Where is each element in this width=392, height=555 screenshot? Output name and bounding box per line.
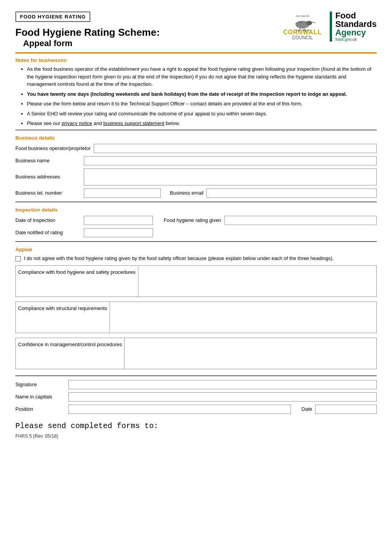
appeal-checkbox[interactable] bbox=[15, 256, 21, 262]
business-address-row: Business addresses bbox=[15, 168, 377, 185]
name-capitals-label: Name in capitals bbox=[15, 394, 65, 400]
notes-list: As the food business operator of the est… bbox=[15, 65, 377, 127]
operator-row: Food business operator/proprietor bbox=[15, 144, 377, 153]
compliance-1-label: Compliance with food hygiene and safety … bbox=[16, 266, 138, 297]
signature-section: Signature Name in capitals Position Date bbox=[15, 375, 377, 414]
date-inspection-label: Date of inspection bbox=[15, 217, 81, 223]
fsa-agency-text: Agency bbox=[335, 28, 365, 37]
date-input[interactable] bbox=[315, 405, 377, 414]
inspection-heading: Inspection details bbox=[15, 207, 377, 213]
signature-label: Signature bbox=[15, 382, 65, 387]
notes-heading: Notes for businesses: bbox=[15, 57, 377, 63]
notes-item-2-text: You have twenty one days (Including week… bbox=[27, 91, 347, 97]
rating-label: Food hygiene rating given bbox=[164, 217, 221, 223]
header-divider bbox=[15, 52, 377, 53]
compliance-1-row: Compliance with food hygiene and safety … bbox=[15, 265, 377, 297]
date-label: Date bbox=[302, 406, 312, 412]
notes-item-3: Please use the form below and return it … bbox=[27, 100, 377, 108]
business-details-section: Business details Food business operator/… bbox=[15, 130, 377, 198]
email-label: Business email bbox=[170, 190, 203, 196]
position-label: Position bbox=[15, 406, 65, 412]
please-send-text: Please send completed forms to: bbox=[15, 422, 377, 430]
appeal-checkbox-text: I do not agree with the food hygiene rat… bbox=[24, 255, 334, 261]
compliance-3-label: Confidence in management/control procedu… bbox=[16, 338, 125, 369]
date-notified-input[interactable] bbox=[84, 228, 153, 237]
business-name-row: Business name bbox=[15, 156, 377, 165]
notes-section: Notes for businesses: As the food busine… bbox=[15, 57, 377, 127]
privacy-notice-link[interactable]: privacy notice bbox=[61, 120, 92, 126]
date-inspection-input[interactable] bbox=[84, 216, 153, 225]
tel-input[interactable] bbox=[84, 188, 161, 198]
appeal-section: Appeal I do not agree with the food hygi… bbox=[15, 241, 377, 369]
operator-input[interactable] bbox=[94, 144, 377, 153]
position-input[interactable] bbox=[68, 405, 291, 414]
position-row: Position Date bbox=[15, 405, 377, 414]
business-support-link[interactable]: business support statement bbox=[103, 120, 164, 126]
name-capitals-row: Name in capitals bbox=[15, 392, 377, 402]
footer: Please send completed forms to: FHRS 5 (… bbox=[15, 422, 377, 439]
compliance-3-textarea[interactable] bbox=[125, 338, 376, 369]
header-logos: one and all CORNWALL COUNCIL men hag oll bbox=[281, 12, 377, 42]
business-address-label: Business addresses bbox=[15, 174, 81, 180]
fsa-url-text: food.gov.uk bbox=[335, 37, 357, 42]
notes-item-1: As the food business operator of the est… bbox=[27, 65, 377, 88]
compliance-1-textarea[interactable] bbox=[138, 266, 376, 297]
fsa-food-text: Food bbox=[335, 12, 356, 20]
fsa-standards-text: Standards bbox=[335, 20, 377, 28]
business-name-input[interactable] bbox=[84, 156, 377, 165]
email-input[interactable] bbox=[206, 188, 377, 198]
business-address-input[interactable] bbox=[84, 168, 377, 185]
inspection-details-section: Inspection details Date of inspection Fo… bbox=[15, 202, 377, 237]
title-line1: Food Hygiene Rating Scheme: bbox=[15, 27, 160, 38]
svg-point-2 bbox=[306, 21, 312, 25]
notes-item-3-text: Please use the form below and return it … bbox=[27, 101, 302, 107]
compliance-3-row: Confidence in management/control procedu… bbox=[15, 338, 377, 369]
date-inspection-row: Date of inspection Food hygiene rating g… bbox=[15, 216, 377, 225]
notes-item-4-text: A Senior EHO will review your rating and… bbox=[27, 111, 267, 117]
form-number-text: FHRS 5 (Rev. 05/18) bbox=[15, 433, 377, 439]
tel-label: Business tel. number bbox=[15, 190, 81, 196]
compliance-2-row: Compliance with structural requirements bbox=[15, 302, 377, 333]
date-notified-label: Date notified of rating bbox=[15, 230, 81, 235]
fsa-logo: Food Standards Agency food.gov.uk bbox=[330, 12, 377, 42]
notes-item-5: Please see our privacy notice and busine… bbox=[27, 120, 377, 127]
notes-item-2: You have twenty one days (Including week… bbox=[27, 90, 377, 98]
svg-text:men hag oll: men hag oll bbox=[296, 29, 310, 32]
header: FOOD HYGIENE RATING Food Hygiene Rating … bbox=[15, 12, 377, 48]
notes-item-5-text: Please see our privacy notice and busine… bbox=[27, 120, 180, 126]
notes-item-1-text: As the food business operator of the est… bbox=[27, 66, 371, 87]
business-name-label: Business name bbox=[15, 158, 81, 163]
cornwall-svg-icon: one and all CORNWALL COUNCIL men hag oll bbox=[281, 13, 324, 40]
signature-input[interactable] bbox=[68, 380, 377, 389]
header-left: FOOD HYGIENE RATING Food Hygiene Rating … bbox=[15, 12, 160, 48]
compliance-2-label: Compliance with structural requirements bbox=[16, 302, 110, 333]
appeal-heading: Appeal bbox=[15, 247, 377, 252]
notes-item-4: A Senior EHO will review your rating and… bbox=[27, 110, 377, 118]
cornwall-council-logo: one and all CORNWALL COUNCIL men hag oll bbox=[281, 13, 324, 40]
name-capitals-input[interactable] bbox=[68, 392, 377, 402]
rating-input[interactable] bbox=[224, 216, 377, 225]
title-line2: Appeal form bbox=[23, 38, 160, 48]
appeal-checkbox-row: I do not agree with the food hygiene rat… bbox=[15, 255, 377, 262]
business-details-heading: Business details bbox=[15, 135, 377, 141]
svg-text:COUNCIL: COUNCIL bbox=[292, 35, 313, 40]
operator-label: Food business operator/proprietor bbox=[15, 145, 91, 151]
tel-email-row: Business tel. number Business email bbox=[15, 188, 377, 198]
title-block: Food Hygiene Rating Scheme: Appeal form bbox=[15, 27, 160, 48]
date-notified-row: Date notified of rating bbox=[15, 228, 377, 237]
svg-text:one and all: one and all bbox=[296, 15, 309, 17]
signature-row: Signature bbox=[15, 380, 377, 389]
fhr-badge: FOOD HYGIENE RATING bbox=[15, 12, 90, 22]
compliance-2-textarea[interactable] bbox=[110, 302, 376, 333]
